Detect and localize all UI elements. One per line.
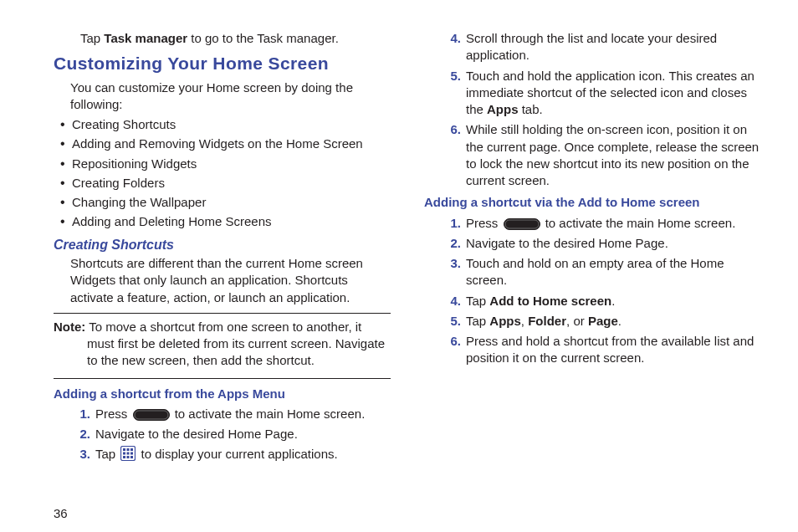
list-item: Adding and Removing Widgets on the Home …	[60, 136, 391, 152]
page-container: Tap Task manager to go to the Task manag…	[0, 0, 798, 482]
step-text: Tap	[466, 314, 489, 328]
step-text: .	[611, 294, 615, 308]
step-text: ,	[521, 314, 528, 328]
step-bold: Page	[588, 314, 618, 328]
bullet-text: Adding and Deleting Home Screens	[72, 214, 271, 228]
step-text: Scroll through the list and locate your …	[466, 31, 717, 62]
step-item: Scroll through the list and locate your …	[444, 30, 761, 64]
step-bold: Apps	[487, 102, 519, 116]
svg-rect-6	[123, 453, 125, 455]
step-item: Press and hold a shortcut from the avail…	[444, 333, 761, 367]
step-text: Tap	[466, 294, 489, 308]
step-item: Press to activate the main Home screen.	[444, 215, 761, 232]
step-text: Navigate to the desired Home Page.	[95, 427, 298, 441]
step-text: Press	[466, 216, 502, 230]
bullet-text: Repositioning Widgets	[72, 156, 197, 171]
svg-rect-5	[130, 448, 133, 451]
apps-grid-icon	[120, 446, 136, 461]
step-text: to activate the main Home screen.	[545, 216, 736, 230]
intro-bold: Task manager	[104, 31, 187, 45]
svg-rect-8	[130, 453, 133, 455]
step-text: .	[618, 314, 622, 328]
step-bold: Add to Home screen	[489, 294, 611, 308]
heading-creating-shortcuts: Creating Shortcuts	[54, 236, 391, 254]
step-text: to display your current applications.	[141, 447, 338, 461]
step-text: Touch and hold on an empty area of the H…	[466, 256, 724, 287]
bullet-text: Adding and Removing Widgets on the Home …	[72, 136, 363, 151]
step-text: tab.	[519, 102, 543, 116]
note-label: Note:	[54, 320, 85, 334]
list-item: Changing the Wallpaper	[60, 194, 391, 211]
svg-rect-10	[127, 456, 130, 458]
svg-rect-3	[123, 448, 125, 451]
step-item: Tap to display your current applications…	[74, 446, 391, 463]
customize-intro: You can customize your Home screen by do…	[70, 79, 391, 114]
step-bold: Apps	[489, 314, 521, 328]
list-item: Creating Folders	[60, 175, 391, 192]
svg-rect-4	[127, 448, 130, 451]
step-text: to activate the main Home screen.	[175, 407, 366, 421]
intro-post: to go to the Task manager.	[187, 31, 339, 45]
note-block: Note: To move a shortcut from one screen…	[54, 313, 391, 379]
list-item: Adding and Deleting Home Screens	[60, 213, 391, 230]
heading-customize: Customizing Your Home Screen	[54, 52, 391, 75]
home-button-icon	[133, 409, 170, 421]
step-text: Press and hold a shortcut from the avail…	[466, 334, 754, 365]
step-item: Tap Add to Home screen.	[444, 293, 761, 309]
heading-add-home: Adding a shortcut via the Add to Home sc…	[424, 194, 761, 211]
step-item: Navigate to the desired Home Page.	[444, 235, 761, 252]
intro-line: Tap Task manager to go to the Task manag…	[80, 30, 391, 47]
customize-bullets: Creating Shortcuts Adding and Removing W…	[54, 116, 391, 231]
step-item: Navigate to the desired Home Page.	[74, 426, 391, 442]
bullet-text: Changing the Wallpaper	[72, 195, 206, 209]
bullet-text: Creating Folders	[72, 176, 165, 190]
home-button-icon	[504, 218, 540, 230]
bullet-text: Creating Shortcuts	[72, 117, 176, 131]
svg-rect-11	[130, 456, 133, 458]
svg-rect-7	[127, 453, 130, 455]
intro-pre: Tap	[80, 31, 104, 45]
step-text: Navigate to the desired Home Page.	[466, 236, 668, 250]
heading-apps-menu: Adding a shortcut from the Apps Menu	[54, 386, 391, 402]
step-text: Press	[95, 407, 131, 421]
step-text: Tap	[95, 447, 119, 461]
note-text: Note: To move a shortcut from one screen…	[87, 319, 391, 370]
step-item: Press to activate the main Home screen.	[74, 406, 391, 422]
step-text: While still holding the on-screen icon, …	[466, 122, 759, 187]
step-bold: Folder	[528, 314, 566, 328]
shortcuts-intro: Shortcuts are different than the current…	[70, 255, 391, 306]
list-item: Creating Shortcuts	[60, 116, 391, 133]
step-text: , or	[566, 314, 588, 328]
svg-rect-9	[123, 456, 125, 458]
step-item: Touch and hold on an empty area of the H…	[444, 255, 761, 289]
step-item: Tap Apps, Folder, or Page.	[444, 313, 761, 330]
note-body-text: To move a shortcut from one screen to an…	[85, 320, 385, 368]
list-item: Repositioning Widgets	[60, 156, 391, 172]
step-item: Touch and hold the application icon. Thi…	[444, 68, 761, 119]
steps-add-home: Press to activate the main Home screen. …	[444, 215, 761, 367]
page-number: 36	[54, 505, 68, 522]
step-item: While still holding the on-screen icon, …	[444, 121, 761, 189]
